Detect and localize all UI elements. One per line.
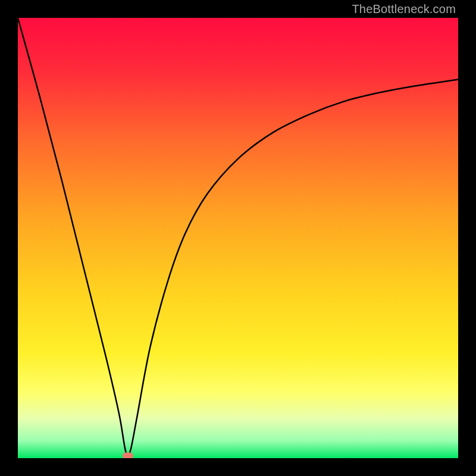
optimal-marker bbox=[123, 453, 133, 458]
chart-frame: TheBottleneck.com bbox=[0, 0, 476, 476]
curve-layer bbox=[18, 18, 458, 458]
plot-area bbox=[18, 18, 458, 458]
bottleneck-curve bbox=[18, 18, 458, 456]
watermark-text: TheBottleneck.com bbox=[352, 2, 456, 16]
